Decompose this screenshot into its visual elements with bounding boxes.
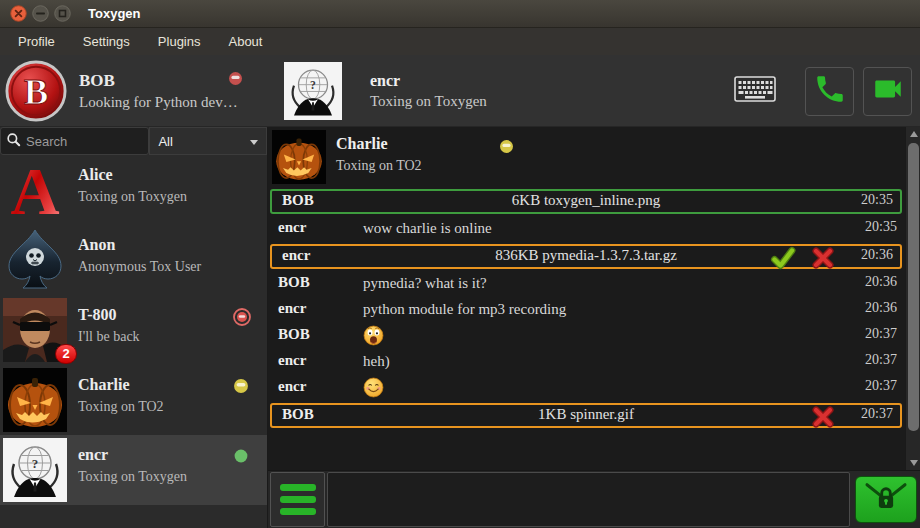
minimize-window-icon[interactable] xyxy=(32,5,49,22)
scrollbar-thumb[interactable] xyxy=(908,143,919,431)
triangle-down-icon xyxy=(910,460,918,466)
header-actions xyxy=(732,55,912,127)
message-input[interactable] xyxy=(327,472,850,527)
message-sender: BOB xyxy=(278,274,310,291)
online-status-icon xyxy=(233,448,249,464)
self-avatar: B xyxy=(5,60,67,122)
contacts-sidebar: All AAliceToxing on ToxygenAnonAnonymous… xyxy=(0,127,268,528)
message-time: 20:35 xyxy=(861,192,893,208)
title-bar[interactable]: Toxygen xyxy=(0,0,920,28)
message-scrollbar xyxy=(905,127,920,470)
contact-status-message: Toxing on Toxygen xyxy=(78,189,187,205)
svg-text:?: ? xyxy=(32,456,39,471)
peer-status-message: Toxing on Toxygen xyxy=(370,93,487,110)
message-text: wow charlie is online xyxy=(363,220,492,237)
file-transfer-row: BOB6KB toxygen_inline.png20:35 xyxy=(270,189,902,214)
search-input[interactable] xyxy=(26,134,144,149)
contact-row[interactable]: T-800I'll be back2 xyxy=(0,295,267,365)
composer xyxy=(268,470,920,528)
close-window-icon[interactable] xyxy=(10,5,27,22)
search-icon xyxy=(6,132,21,151)
message-text: python module for mp3 recording xyxy=(363,301,566,318)
message-sender: BOB xyxy=(282,406,314,423)
self-profile[interactable]: B BOB Looking for Python dev… xyxy=(0,55,268,127)
file-transfer-label: 836KB pymedia-1.3.7.3.tar.gz xyxy=(495,247,677,264)
message-sender: encr xyxy=(278,352,306,369)
video-call-button[interactable] xyxy=(863,67,912,116)
message-time: 20:37 xyxy=(865,352,897,368)
triangle-up-icon xyxy=(910,131,918,137)
attachments-menu-button[interactable] xyxy=(270,472,325,527)
message-sender: BOB xyxy=(282,192,314,209)
contact-list: AAliceToxing on ToxygenAnonAnonymous Tox… xyxy=(0,155,267,528)
contact-avatar-anonymous: ? xyxy=(3,438,67,502)
contact-status-message: Anonymous Tox User xyxy=(78,259,201,275)
scroll-up-button[interactable] xyxy=(906,127,920,141)
filter-row: All xyxy=(0,127,267,155)
banner-name: Charlie xyxy=(336,135,388,153)
video-call-icon xyxy=(871,72,905,110)
banner-avatar xyxy=(272,130,326,184)
audio-call-button[interactable] xyxy=(805,67,854,116)
busy-status-icon xyxy=(228,71,243,86)
file-transfer-label: 1KB spinner.gif xyxy=(538,406,634,423)
message-time: 20:35 xyxy=(865,219,897,235)
contact-row[interactable]: CharlieToxing on TO2 xyxy=(0,365,267,435)
maximize-window-icon[interactable] xyxy=(54,5,71,22)
contact-row[interactable]: ?encrToxing on Toxygen xyxy=(0,435,267,505)
peer-avatar: ? xyxy=(284,62,342,120)
menu-item-settings[interactable]: Settings xyxy=(69,29,144,54)
cancel-file-button[interactable] xyxy=(810,404,836,430)
cross-icon xyxy=(810,418,836,433)
search-box[interactable] xyxy=(0,127,149,155)
keyboard-icon xyxy=(734,76,776,106)
message-area: Charlie Toxing on TO2 BOB6KB toxygen_inl… xyxy=(268,127,920,470)
unread-count-badge: 2 xyxy=(55,344,77,364)
message-sender: encr xyxy=(278,300,306,317)
smiling-face-icon xyxy=(363,377,384,398)
menu-icon xyxy=(280,484,316,491)
file-transfer-label: 6KB toxygen_inline.png xyxy=(512,192,660,209)
contact-row[interactable]: AnonAnonymous Tox User xyxy=(0,225,267,295)
toxygen-window: Toxygen ProfileSettingsPluginsAbout B BO… xyxy=(0,0,920,528)
busy-ring-status-icon xyxy=(233,308,251,326)
message-row: encrheh)20:37 xyxy=(268,349,904,375)
contact-name: T-800 xyxy=(78,306,117,324)
contact-status-message: Toxing on Toxygen xyxy=(78,469,187,485)
contact-row[interactable]: AAliceToxing on Toxygen xyxy=(0,155,267,225)
contact-avatar-letter-a: A xyxy=(3,158,67,222)
message-sender: encr xyxy=(278,219,306,236)
peer-banner: Charlie Toxing on TO2 xyxy=(268,127,904,187)
chevron-down-icon xyxy=(250,140,258,145)
message-row: BOB20:37 xyxy=(268,323,904,349)
cancel-file-button[interactable] xyxy=(810,245,836,271)
self-name: BOB xyxy=(79,71,238,91)
scroll-down-button[interactable] xyxy=(906,456,920,470)
contact-status-message: I'll be back xyxy=(78,329,140,345)
message-row: encr20:37 xyxy=(268,375,904,401)
send-message-button[interactable] xyxy=(855,476,917,523)
contact-filter-dropdown[interactable]: All xyxy=(149,127,267,155)
chat-panel: Charlie Toxing on TO2 BOB6KB toxygen_inl… xyxy=(268,127,920,528)
away-status-icon xyxy=(499,139,514,154)
file-transfer-row: encr836KB pymedia-1.3.7.3.tar.gz20:36 xyxy=(270,244,902,269)
message-list: BOB6KB toxygen_inline.png20:35encrwow ch… xyxy=(268,189,904,428)
message-text: pymedia? what is it? xyxy=(363,275,487,292)
menu-item-about[interactable]: About xyxy=(214,29,276,54)
contact-name: encr xyxy=(78,446,108,464)
typing-notification-button[interactable] xyxy=(732,75,778,107)
message-text: heh) xyxy=(363,353,390,370)
file-transfer-row: BOB1KB spinner.gif20:37 xyxy=(270,403,902,428)
self-status-message: Looking for Python dev… xyxy=(79,94,238,111)
message-row: encrpython module for mp3 recording20:36 xyxy=(268,297,904,323)
message-time: 20:37 xyxy=(865,378,897,394)
message-time: 20:37 xyxy=(861,406,893,422)
accept-file-button[interactable] xyxy=(770,245,796,271)
menu-item-profile[interactable]: Profile xyxy=(4,29,69,54)
menu-item-plugins[interactable]: Plugins xyxy=(144,29,215,54)
message-time: 20:36 xyxy=(865,274,897,290)
message-sender: BOB xyxy=(278,326,310,343)
header: B BOB Looking for Python dev… ? encr Tox… xyxy=(0,55,920,127)
message-row: BOBpymedia? what is it?20:36 xyxy=(268,271,904,297)
contact-name: Alice xyxy=(78,166,113,184)
